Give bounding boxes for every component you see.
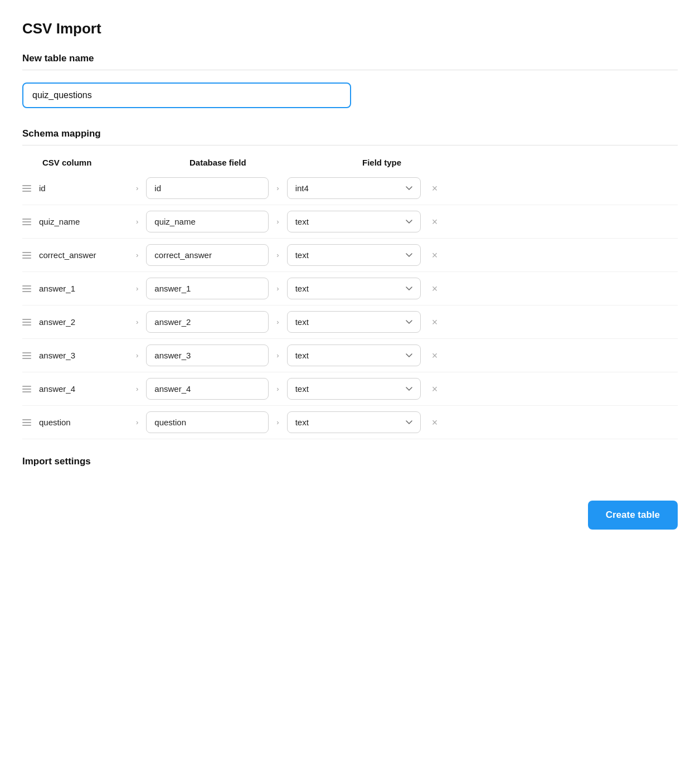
arrow-right2-icon: › xyxy=(276,251,279,259)
drag-handle[interactable] xyxy=(22,219,31,225)
column-headers: CSV column Database field Field type xyxy=(22,158,678,167)
arrow-right2-icon: › xyxy=(276,284,279,293)
field-type-select[interactable]: int4textboolfloat4float8int2int8varcharu… xyxy=(287,177,421,199)
csv-column-name: correct_answer xyxy=(39,250,128,260)
divider-2 xyxy=(22,145,678,145)
db-field-input[interactable] xyxy=(146,177,269,199)
field-type-select[interactable]: int4textboolfloat4float8int2int8varcharu… xyxy=(287,244,421,266)
table-name-input[interactable] xyxy=(22,83,351,108)
db-field-input[interactable] xyxy=(146,411,269,433)
db-field-input[interactable] xyxy=(146,244,269,266)
arrow-right2-icon: › xyxy=(276,418,279,426)
new-table-section-label: New table name xyxy=(22,53,678,64)
table-row: answer_1››int4textboolfloat4float8int2in… xyxy=(22,272,678,305)
table-row: question››int4textboolfloat4float8int2in… xyxy=(22,406,678,439)
csv-column-name: answer_2 xyxy=(39,317,128,327)
table-row: id››int4textboolfloat4float8int2int8varc… xyxy=(22,172,678,205)
field-type-select[interactable]: int4textboolfloat4float8int2int8varcharu… xyxy=(287,311,421,333)
arrow-right-icon: › xyxy=(136,284,138,293)
drag-handle[interactable] xyxy=(22,252,31,259)
drag-handle[interactable] xyxy=(22,319,31,326)
arrow-right-icon: › xyxy=(136,385,138,393)
csv-column-name: answer_4 xyxy=(39,384,128,394)
mapping-rows-container: id››int4textboolfloat4float8int2int8varc… xyxy=(22,172,678,439)
remove-row-button[interactable]: × xyxy=(429,282,441,296)
remove-row-button[interactable]: × xyxy=(429,248,441,263)
new-table-section: New table name xyxy=(22,53,678,128)
csv-column-name: question xyxy=(39,418,128,427)
field-type-select[interactable]: int4textboolfloat4float8int2int8varcharu… xyxy=(287,378,421,400)
header-field-type: Field type xyxy=(362,158,518,167)
drag-handle[interactable] xyxy=(22,185,31,192)
table-row: correct_answer››int4textboolfloat4float8… xyxy=(22,239,678,272)
arrow-right-icon: › xyxy=(136,251,138,259)
field-type-select[interactable]: int4textboolfloat4float8int2int8varcharu… xyxy=(287,411,421,433)
drag-handle[interactable] xyxy=(22,419,31,426)
divider-1 xyxy=(22,70,678,70)
import-settings-label: Import settings xyxy=(22,456,678,467)
schema-mapping-label: Schema mapping xyxy=(22,128,678,139)
header-database-field: Database field xyxy=(189,158,346,167)
remove-row-button[interactable]: × xyxy=(429,315,441,329)
remove-row-button[interactable]: × xyxy=(429,181,441,196)
remove-row-button[interactable]: × xyxy=(429,215,441,229)
header-csv-column: CSV column xyxy=(22,158,173,167)
table-row: quiz_name››int4textboolfloat4float8int2i… xyxy=(22,205,678,239)
remove-row-button[interactable]: × xyxy=(429,415,441,430)
arrow-right-icon: › xyxy=(136,217,138,226)
arrow-right2-icon: › xyxy=(276,385,279,393)
csv-column-name: id xyxy=(39,183,128,193)
arrow-right-icon: › xyxy=(136,184,138,192)
field-type-select[interactable]: int4textboolfloat4float8int2int8varcharu… xyxy=(287,278,421,299)
footer: Create table xyxy=(22,501,678,530)
remove-row-button[interactable]: × xyxy=(429,382,441,396)
db-field-input[interactable] xyxy=(146,344,269,366)
csv-column-name: quiz_name xyxy=(39,217,128,226)
create-table-button[interactable]: Create table xyxy=(588,501,678,530)
arrow-right-icon: › xyxy=(136,418,138,426)
field-type-select[interactable]: int4textboolfloat4float8int2int8varcharu… xyxy=(287,211,421,232)
arrow-right2-icon: › xyxy=(276,351,279,360)
table-row: answer_4››int4textboolfloat4float8int2in… xyxy=(22,372,678,406)
arrow-right-icon: › xyxy=(136,351,138,360)
drag-handle[interactable] xyxy=(22,352,31,359)
schema-mapping-section: Schema mapping CSV column Database field… xyxy=(22,128,678,439)
db-field-input[interactable] xyxy=(146,278,269,299)
table-row: answer_2››int4textboolfloat4float8int2in… xyxy=(22,305,678,339)
arrow-right-icon: › xyxy=(136,318,138,326)
csv-column-name: answer_3 xyxy=(39,351,128,360)
arrow-right2-icon: › xyxy=(276,217,279,226)
drag-handle[interactable] xyxy=(22,285,31,292)
db-field-input[interactable] xyxy=(146,378,269,400)
db-field-input[interactable] xyxy=(146,311,269,333)
db-field-input[interactable] xyxy=(146,211,269,232)
drag-handle[interactable] xyxy=(22,386,31,392)
arrow-right2-icon: › xyxy=(276,318,279,326)
field-type-select[interactable]: int4textboolfloat4float8int2int8varcharu… xyxy=(287,344,421,366)
remove-row-button[interactable]: × xyxy=(429,348,441,363)
page-title: CSV Import xyxy=(22,20,678,37)
table-row: answer_3››int4textboolfloat4float8int2in… xyxy=(22,339,678,372)
arrow-right2-icon: › xyxy=(276,184,279,192)
csv-column-name: answer_1 xyxy=(39,284,128,293)
